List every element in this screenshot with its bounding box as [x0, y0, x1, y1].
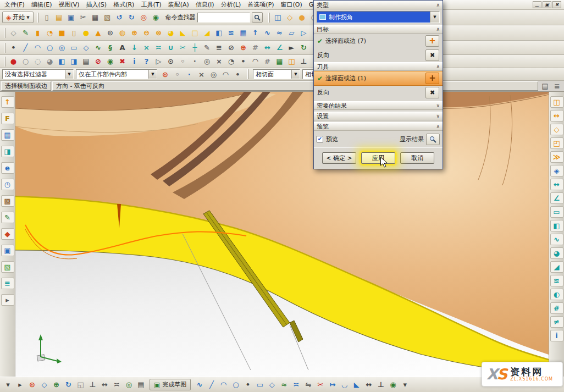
history-icon[interactable]: ◷	[1, 179, 14, 190]
target-select-face-button[interactable]: +	[425, 35, 439, 47]
sketch-origin-icon[interactable]: ⊕	[51, 379, 62, 390]
assembly-display-icon[interactable]: ◫	[286, 56, 297, 67]
touch-mode-icon[interactable]: ◉	[150, 12, 162, 23]
quick-trim-icon[interactable]: ✂	[314, 379, 326, 390]
draft-icon[interactable]: ◢	[201, 27, 213, 38]
arc-sketch-icon[interactable]: ◠	[218, 379, 229, 390]
boundary-icon[interactable]: ▷	[153, 56, 164, 67]
toolbar-grip[interactable]	[247, 69, 249, 79]
face-rule-dropdown[interactable]: 相切面 ▼	[253, 69, 300, 79]
line-icon[interactable]: ╱	[20, 42, 31, 53]
mid-point-icon[interactable]: ∙	[189, 56, 201, 67]
system-scenes-icon[interactable]: ▣	[1, 245, 14, 256]
sketch-icon[interactable]: ✎	[20, 27, 31, 38]
close-window-icon[interactable]: ✖	[552, 1, 561, 8]
chamfer-sketch-icon[interactable]: ◣	[351, 379, 362, 390]
restore-window-icon[interactable]: ▣	[543, 1, 551, 8]
sketch-constraints-icon[interactable]: ⊥	[87, 379, 98, 390]
dropdown-caret-icon[interactable]: ▼	[430, 12, 439, 23]
mid-point-snap-icon[interactable]: ∙	[184, 69, 195, 80]
open-icon[interactable]: ▤	[53, 12, 65, 23]
menu-view[interactable]: 视图(V)	[55, 0, 82, 9]
spline-icon[interactable]: ∿	[92, 42, 104, 53]
window-switch-icon[interactable]: ◫	[272, 12, 284, 23]
arc-icon[interactable]: ◠	[32, 42, 43, 53]
settings-group-header[interactable]: 设置 ∨	[314, 112, 443, 120]
roles-icon[interactable]: ◆	[1, 228, 14, 240]
snap-point-icon[interactable]: ⊙	[165, 56, 176, 67]
part-navigator-icon[interactable]: ▦	[1, 129, 14, 141]
reflection-analysis-icon[interactable]: ◐	[550, 289, 563, 300]
section-view-icon[interactable]: ◧	[56, 56, 68, 67]
intersection-curve-icon[interactable]: ×	[141, 42, 152, 53]
minimize-window-icon[interactable]: ▁	[533, 1, 541, 8]
menu-analysis[interactable]: 分析(L)	[218, 0, 245, 9]
fillet-sketch-icon[interactable]: ◡	[339, 379, 350, 390]
line-sketch-icon[interactable]: ╱	[206, 379, 217, 390]
show-hide-icon[interactable]: ⊘	[225, 42, 237, 53]
intersection-snap-icon[interactable]: ×	[196, 69, 207, 80]
face-curvature-icon[interactable]: ◕	[550, 247, 563, 259]
chamfer-icon[interactable]: ◣	[177, 27, 189, 38]
datum-plane-icon[interactable]: ◇	[8, 27, 19, 38]
degrees-of-freedom-icon[interactable]: ◇	[550, 124, 563, 135]
cut-icon[interactable]: ✂	[78, 12, 89, 23]
collapse-chevron-icon[interactable]: ∧	[436, 26, 440, 32]
hidden-edges-icon[interactable]: ◌	[32, 56, 43, 67]
through-curves-icon[interactable]: ∿	[262, 27, 273, 38]
tool-select-face-button[interactable]: +	[425, 73, 439, 84]
n-sided-surface-icon[interactable]: ▷	[298, 27, 309, 38]
information-icon[interactable]: i	[129, 56, 140, 67]
show-object-icon[interactable]: ◉	[104, 56, 116, 67]
polygon-icon[interactable]: ◇	[80, 42, 92, 53]
divide-curve-icon[interactable]: ┼	[189, 42, 201, 53]
collapse-chevron-icon[interactable]: ∧	[436, 2, 440, 8]
layer-settings-icon[interactable]: ≡	[213, 42, 225, 53]
graphics-viewport[interactable]	[15, 92, 549, 377]
tool-reverse-button[interactable]: ✖	[425, 87, 439, 98]
expand-chevron-icon[interactable]: ∨	[436, 103, 440, 108]
type-group-header[interactable]: 类型 ∧	[314, 1, 443, 9]
end-point-snap-icon[interactable]: ◦	[172, 69, 183, 80]
highlight-lines-icon[interactable]: ≋	[550, 275, 563, 286]
edge-blend-icon[interactable]: ◕	[165, 27, 176, 38]
process-studio-icon[interactable]: ✎	[1, 212, 14, 223]
dimension-icon[interactable]: ↔	[363, 379, 374, 390]
sketch-preferences-icon[interactable]: ▤	[135, 379, 147, 390]
command-finder-search-button[interactable]	[252, 12, 263, 23]
bounding-body-icon[interactable]: ▭	[550, 206, 563, 218]
preview-checkbox[interactable]: ✔	[317, 136, 323, 142]
project-curve-icon[interactable]: ↓	[129, 42, 140, 53]
studio-render-icon[interactable]: ◕	[44, 56, 56, 67]
auto-dimension-icon[interactable]: ↔	[99, 379, 110, 390]
hide-object-icon[interactable]: ⊘	[92, 56, 104, 67]
constraint-display-icon[interactable]: ⊥	[298, 56, 309, 67]
collapse-chevron-icon[interactable]: ∧	[436, 64, 440, 69]
menu-format[interactable]: 格式(R)	[110, 0, 137, 9]
quadrant-point-icon[interactable]: ◔	[225, 56, 237, 67]
repeat-command-icon[interactable]: ◎	[138, 12, 150, 23]
measure-distance-icon[interactable]: ↔	[262, 42, 273, 53]
constraint-tool-icon[interactable]: ⊥	[375, 379, 386, 390]
draft-analysis-icon[interactable]: ◢	[550, 261, 563, 273]
wireframe-style-icon[interactable]: ○	[20, 56, 31, 67]
menu-information[interactable]: 信息(I)	[192, 0, 218, 9]
redo-icon[interactable]: ↻	[126, 12, 137, 23]
sew-icon[interactable]: ≋	[225, 27, 237, 38]
center-snap-icon[interactable]: ◎	[208, 69, 219, 80]
offset-curve-icon[interactable]: ≍	[153, 42, 164, 53]
existing-point-icon[interactable]: •	[237, 56, 249, 67]
preview-group-header[interactable]: 预览 ∧	[314, 122, 443, 131]
work-layer-icon[interactable]: ▤	[80, 56, 92, 67]
menu-insert[interactable]: 插入(S)	[83, 0, 110, 9]
sphere-icon[interactable]: ●	[80, 27, 92, 38]
deviation-gauge-icon[interactable]: ≠	[550, 316, 563, 328]
unite-icon[interactable]: ⊕	[129, 27, 140, 38]
rectangle-sketch-icon[interactable]: ▭	[254, 379, 266, 390]
system-materials-icon[interactable]: ▩	[1, 195, 14, 207]
expand-chevron-icon[interactable]: ∨	[436, 113, 440, 119]
point-on-curve-snap-icon[interactable]: •	[232, 69, 244, 80]
trim-curve-icon[interactable]: ✂	[177, 42, 189, 53]
move-component-icon[interactable]: ↔	[550, 110, 563, 122]
collapse-chevron-icon[interactable]: ∧	[436, 124, 440, 129]
